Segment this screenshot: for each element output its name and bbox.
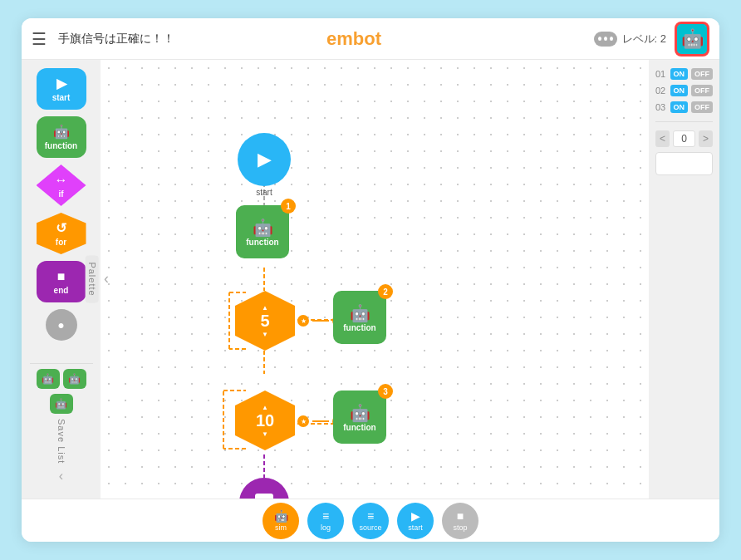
for10-node[interactable]: ▲ 10 ▼	[235, 391, 295, 450]
function2-label: function	[343, 323, 375, 332]
function3-badge: 3	[378, 384, 393, 399]
function2-robot-icon: 🤖	[350, 303, 370, 323]
function3-label: function	[343, 423, 375, 432]
header-right: レベル: 2 🤖	[594, 22, 709, 56]
log-label: log	[321, 523, 331, 532]
function-label: function	[45, 141, 77, 150]
start-node-circle: ▶	[238, 133, 291, 186]
toggle-off-3[interactable]: OFF	[691, 101, 713, 113]
save-list-collapse-icon[interactable]: ‹	[59, 469, 63, 484]
toggle-num-1: 01	[655, 69, 667, 79]
function3-node[interactable]: 3 🤖 function	[333, 391, 386, 444]
source-button[interactable]: ≡ source	[352, 503, 389, 539]
palette-collapse-arrow[interactable]: ‹	[104, 270, 109, 287]
if-label: if	[58, 189, 63, 199]
toggle-on-3[interactable]: ON	[670, 101, 689, 113]
toggle-on-2[interactable]: ON	[670, 85, 689, 96]
function1-robot-icon: 🤖	[253, 218, 273, 238]
palette-function-block[interactable]: 🤖 function	[37, 116, 86, 158]
log-icon: ≡	[322, 509, 329, 523]
function1-block: 1 🤖 function	[236, 205, 289, 258]
source-icon: ≡	[367, 509, 374, 523]
level-dot-3	[610, 37, 613, 41]
body: ▶ start 🤖 function ↔ if ↺ for ■ end ●	[22, 60, 719, 499]
source-label: source	[359, 523, 381, 532]
toggle-off-2[interactable]: OFF	[691, 85, 713, 96]
save-icon-3[interactable]: 🤖	[50, 394, 73, 414]
info-tab-label: Info	[719, 270, 719, 288]
save-list-label: Save List	[56, 419, 66, 464]
start-run-button[interactable]: ▶ start	[397, 503, 434, 539]
function2-badge: 2	[378, 284, 393, 299]
for5-node[interactable]: ▲ 5 ▼	[235, 291, 295, 351]
for5-value: 5	[260, 312, 269, 331]
stop-label: stop	[453, 523, 467, 532]
function2-block: 2 🤖 function	[333, 291, 386, 344]
toggle-off-1[interactable]: OFF	[691, 68, 713, 80]
for-label: for	[56, 238, 66, 247]
level-badge: レベル: 2	[594, 32, 666, 47]
end-square-icon	[255, 494, 273, 499]
end-label: end	[54, 286, 69, 295]
function1-label: function	[246, 238, 278, 247]
brand-logo: embot	[326, 28, 381, 50]
function-icon: 🤖	[53, 124, 70, 140]
for-icon: ↺	[56, 220, 66, 236]
function1-node[interactable]: 1 🤖 function	[236, 205, 289, 258]
nav-prev-btn[interactable]: <	[655, 130, 670, 147]
palette-start-block[interactable]: ▶ start	[37, 68, 86, 110]
sim-label: sim	[275, 523, 287, 532]
sim-icon: 🤖	[274, 509, 288, 523]
canvas-area[interactable]: ▶ start 1 🤖 function ▲ 5 ▼	[101, 60, 649, 499]
start-label: start	[52, 93, 71, 102]
start-run-icon: ▶	[411, 509, 420, 523]
panel-text-input[interactable]	[655, 152, 713, 175]
stop-button[interactable]: ■ stop	[442, 503, 478, 539]
palette-circle-button[interactable]: ●	[46, 309, 77, 341]
end-node[interactable]: end	[239, 478, 289, 499]
toggle-num-2: 02	[655, 86, 667, 96]
for5-hexagon: ▲ 5 ▼	[235, 291, 295, 351]
toggle-row-1: 01 ON OFF	[655, 68, 713, 80]
function3-block: 3 🤖 function	[333, 391, 386, 444]
toggle-row-3: 03 ON OFF	[655, 101, 713, 113]
start-play-icon: ▶	[258, 149, 272, 170]
level-dot-1	[598, 37, 601, 41]
end-square-icon: ■	[57, 269, 66, 284]
start-node[interactable]: ▶ start	[238, 133, 291, 197]
palette-tab-label: Palette	[85, 255, 98, 302]
for5-down-arrow: ▼	[262, 331, 268, 338]
palette-end-block[interactable]: ■ end	[37, 261, 86, 302]
function3-robot-icon: 🤖	[350, 403, 370, 423]
robot-button[interactable]: 🤖	[675, 22, 709, 56]
save-list-icons: 🤖 🤖	[37, 369, 86, 389]
save-icon-2[interactable]: 🤖	[63, 369, 86, 389]
for10-hexagon: ▲ 10 ▼	[235, 391, 295, 450]
if-icon: ↔	[55, 173, 68, 188]
toggle-row-2: 02 ON OFF	[655, 85, 713, 96]
hamburger-icon[interactable]: ☰	[32, 29, 47, 49]
start-run-label: start	[408, 523, 423, 532]
palette-for-block[interactable]: ↺ for	[37, 213, 86, 254]
bottom-toolbar: 🤖 sim ≡ log ≡ source ▶ start ■ stop	[22, 499, 719, 542]
level-text: レベル: 2	[622, 32, 666, 47]
for10-down-arrow: ▼	[262, 430, 268, 438]
toggle-num-3: 03	[655, 102, 667, 112]
header: ☰ 手旗信号は正確に！！ embot レベル: 2 🤖	[22, 18, 719, 60]
save-icon-1[interactable]: 🤖	[37, 369, 60, 389]
nav-next-btn[interactable]: >	[699, 130, 713, 147]
log-button[interactable]: ≡ log	[307, 503, 344, 539]
function2-node[interactable]: 2 🤖 function	[333, 291, 386, 344]
stop-icon: ■	[457, 509, 464, 523]
panel-divider	[655, 121, 713, 122]
palette-if-block[interactable]: ↔ if	[37, 165, 86, 206]
level-dots	[594, 32, 617, 47]
end-circle	[239, 478, 289, 499]
sim-button[interactable]: 🤖 sim	[263, 503, 299, 539]
start-node-label: start	[256, 188, 272, 197]
level-dot-2	[604, 37, 607, 41]
function1-badge: 1	[281, 199, 296, 214]
nav-value[interactable]: 0	[673, 130, 695, 147]
toggle-on-1[interactable]: ON	[670, 68, 689, 80]
for10-value: 10	[256, 411, 274, 430]
